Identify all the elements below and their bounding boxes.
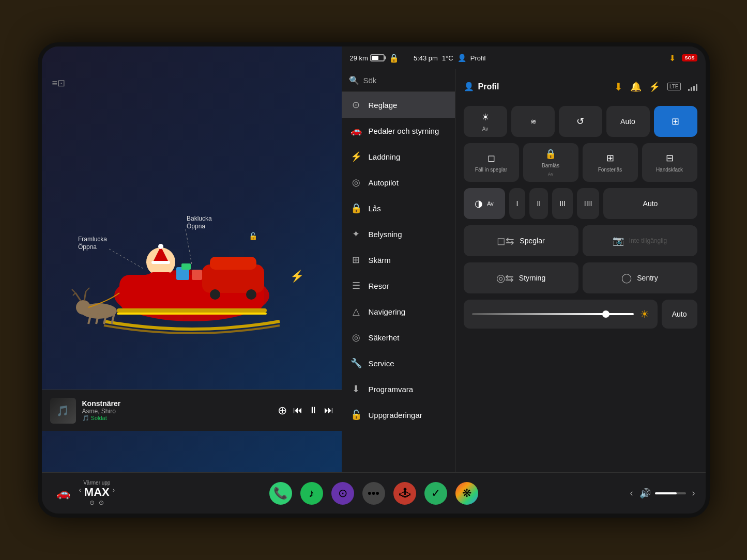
autopilot-icon: ◎ xyxy=(350,177,362,188)
svg-rect-8 xyxy=(117,308,267,313)
wiper-speed-4-button[interactable]: IIII xyxy=(577,188,600,219)
climate-buttons-row: ☀ Av ≋ ↺ Auto ⊞ xyxy=(464,106,697,137)
sentry-label: Sentry xyxy=(637,274,658,282)
brightness-row: ☀ Auto xyxy=(464,300,697,329)
audio-next-button[interactable]: › xyxy=(692,488,695,499)
heat-icon-2: ⊙ xyxy=(99,499,104,506)
profile-name-top: Profil xyxy=(470,54,486,62)
heat-value: MAX xyxy=(83,486,110,499)
wiper-off-label: Av xyxy=(487,200,494,207)
menu-items: ⊙ Reglage 🚗 Pedaler och styrning ⚡ Laddn… xyxy=(342,92,455,472)
fold-mirrors-label: Fäll in speglar xyxy=(475,167,507,173)
more-apps-button[interactable]: ••• xyxy=(362,482,385,505)
wiper-speed-2-button[interactable]: II xyxy=(529,188,548,219)
car-home-button[interactable]: 🚗 xyxy=(52,482,75,505)
auto-climate-button[interactable]: Auto xyxy=(606,106,650,137)
window-lock-label: Fönsterlås xyxy=(598,167,622,173)
recirculate-button[interactable]: ↺ xyxy=(559,106,602,137)
wiper-auto-button[interactable]: Auto xyxy=(603,188,697,219)
controls-panel: 👤 Profil ⬇ 🔔 ⚡ LTE xyxy=(455,69,706,472)
games-button[interactable]: 🕹 xyxy=(393,482,416,505)
sidebar-item-las[interactable]: 🔒 Lås xyxy=(342,195,455,221)
brightness-control[interactable]: ☀ xyxy=(464,300,658,329)
prev-track-button[interactable]: ⏮ xyxy=(293,405,302,416)
next-track-button[interactable]: ⏭ xyxy=(324,405,333,416)
media-app-button[interactable]: ⊙ xyxy=(331,482,354,505)
audio-prev-button[interactable]: ‹ xyxy=(630,488,633,499)
sidebar-item-autopilot[interactable]: ◎ Autopilot xyxy=(342,169,455,195)
menu-column: 🔍 Sök ⊙ Reglage 🚗 Pedaler och styrning ⚡… xyxy=(342,69,455,472)
brightness-slider[interactable] xyxy=(472,313,634,315)
menu-label-reglage: Reglage xyxy=(369,101,398,110)
profile-section: 👤 Profil xyxy=(464,77,499,96)
wiper-3-label: III xyxy=(559,199,566,208)
sidebar-item-belysning[interactable]: ✦ Belysning xyxy=(342,221,455,247)
glove-box-label: Handskfack xyxy=(656,167,683,173)
glovebox-icon: ⊟ xyxy=(666,152,674,164)
window-lock-button[interactable]: ⊞ Fönsterlås xyxy=(583,143,638,182)
taskbar-right: ‹ 🔊 › xyxy=(592,488,695,499)
apps-button[interactable]: ❋ xyxy=(455,482,478,505)
lock-icon: 🔒 xyxy=(389,53,399,63)
sentry-section[interactable]: ◯ Sentry xyxy=(583,262,697,293)
prev-temp-icon[interactable]: ‹ xyxy=(79,486,82,494)
child-lock-label: Barnlås xyxy=(542,163,559,168)
track-name: Konstnärer xyxy=(82,399,271,408)
spotify-app-button[interactable]: ♪ xyxy=(300,482,323,505)
battery-fill xyxy=(372,56,378,60)
windowlock-icon: ⊞ xyxy=(606,152,614,164)
media-player: 🎵 Konstnärer Asme, Shiro 🎵 Soldat ⊕ ⏮ ⏸ … xyxy=(42,390,342,431)
sidebar-item-sakerhet[interactable]: ◎ Säkerhet xyxy=(342,324,455,350)
climate-off-button[interactable]: ☀ Av xyxy=(464,106,507,137)
phone-app-button[interactable]: 📞 xyxy=(269,482,292,505)
sidebar-item-resor[interactable]: ☰ Resor xyxy=(342,273,455,299)
sakerhet-icon: ◎ xyxy=(350,332,362,343)
climate-mode-button[interactable]: ≋ xyxy=(511,106,555,137)
recirculate-icon: ↺ xyxy=(576,116,584,127)
sidebar-item-pedaler[interactable]: 🚗 Pedaler och styrning xyxy=(342,118,455,144)
heat-sublabel: Värmer upp xyxy=(83,480,110,486)
brightness-auto-button[interactable]: Auto xyxy=(662,300,697,329)
sidebar-item-service[interactable]: 🔧 Profil Service xyxy=(342,350,455,376)
right-panel: 🔍 Sök ⊙ Reglage 🚗 Pedaler och styrning ⚡… xyxy=(342,69,706,472)
signal-bar-4 xyxy=(696,84,697,91)
mirrors-section[interactable]: ◻⇆ Speglar xyxy=(464,225,578,256)
svg-rect-9 xyxy=(117,313,267,315)
sidebar-item-uppgraderingar[interactable]: 🔓 Uppgraderingar xyxy=(342,402,455,428)
display-mode-button[interactable]: ⊞ xyxy=(654,106,697,137)
svg-text:⚡: ⚡ xyxy=(290,269,304,283)
download-icon-top: ⬇ xyxy=(669,53,676,63)
sidebar-item-programvara[interactable]: ⬇ Programvara xyxy=(342,376,455,402)
glove-box-button[interactable]: ⊟ Handskfack xyxy=(642,143,697,182)
sidebar-item-skarm[interactable]: ⊞ Skärm xyxy=(342,247,455,273)
service-icon: 🔧 xyxy=(350,357,362,369)
wiper-off-button[interactable]: ◑ Av xyxy=(464,188,505,219)
airflow-icon: ≋ xyxy=(530,117,536,126)
steering-section[interactable]: ◎⇆ Styrning xyxy=(464,262,578,293)
sidebar-item-reglage[interactable]: ⊙ Reglage xyxy=(342,92,455,118)
pause-button[interactable]: ⏸ xyxy=(309,405,318,416)
child-lock-button[interactable]: 🔒 Barnlås Av xyxy=(523,143,578,182)
svg-line-25 xyxy=(75,293,81,301)
fold-mirrors-button[interactable]: ◻ Fäll in speglar xyxy=(464,143,519,182)
sentry-radio-icon: ◯ xyxy=(621,272,632,284)
sidebar-item-laddning[interactable]: ⚡ Laddning xyxy=(342,144,455,169)
navigering-icon: △ xyxy=(350,306,362,317)
signal-bar-3 xyxy=(693,86,695,91)
volume-control: 🔊 xyxy=(639,488,686,499)
green-app-button[interactable]: ✓ xyxy=(424,482,447,505)
svg-point-24 xyxy=(76,300,90,315)
wiper-speed-1-button[interactable]: I xyxy=(509,188,526,219)
top-bar-left: 29 km 🔒 5:43 pm 1°C 👤 Profil xyxy=(350,53,663,63)
add-to-favorites-button[interactable]: ⊕ xyxy=(278,404,287,417)
skarm-icon: ⊞ xyxy=(350,254,362,266)
volume-bar[interactable] xyxy=(655,492,686,494)
svg-point-17 xyxy=(210,289,220,300)
next-temp-icon[interactable]: › xyxy=(112,486,115,494)
temperature: 1°C xyxy=(442,54,453,62)
sidebar-item-navigering[interactable]: △ Navigering xyxy=(342,299,455,324)
search-bar[interactable]: 🔍 Sök xyxy=(342,69,455,92)
wiper-speed-3-button[interactable]: III xyxy=(552,188,573,219)
wiper-auto-label: Auto xyxy=(643,199,658,208)
steering-sentry-row: ◎⇆ Styrning ◯ Sentry xyxy=(464,262,697,293)
